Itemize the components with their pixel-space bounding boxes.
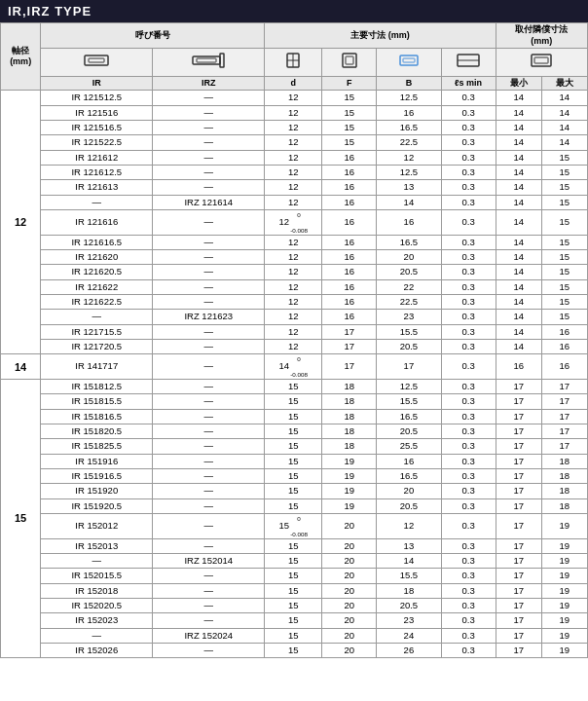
d-icon: [284, 52, 302, 69]
ts-value: 0.3: [441, 613, 496, 628]
da-max-value: 15: [541, 166, 587, 180]
irz-value: —: [153, 91, 265, 105]
d-value: 15: [265, 613, 322, 628]
ts-value: 0.3: [441, 628, 496, 643]
d-value: 12: [265, 324, 322, 339]
ts-value: 0.3: [441, 265, 496, 279]
d-value: 12: [265, 166, 322, 180]
ir-value: —: [41, 310, 153, 324]
irz-value: —: [153, 613, 265, 628]
svg-rect-9: [346, 56, 353, 64]
irz-value: —: [153, 210, 265, 236]
f-value: 16: [322, 195, 377, 209]
b-value: 14: [377, 553, 441, 568]
ts-value: 0.3: [441, 279, 496, 294]
da-min-value: 14: [496, 105, 541, 120]
table-row: IR 151820.5—151820.50.31717: [1, 424, 588, 438]
b-value: 12.5: [377, 379, 441, 393]
b-value: 26: [377, 643, 441, 657]
f-value: 18: [322, 409, 377, 424]
irz-value: —: [153, 583, 265, 598]
irz-value: —: [153, 340, 265, 354]
da-max-value: 17: [541, 424, 587, 438]
ts-value: 0.3: [441, 310, 496, 324]
ts-value: 0.3: [441, 195, 496, 209]
d-value: 120-0.008: [265, 210, 322, 236]
irz-value: —: [153, 121, 265, 135]
d-value: 15: [265, 394, 322, 409]
irz-value: —: [153, 643, 265, 657]
ts-icon: [457, 52, 480, 69]
b-value: 22.5: [377, 135, 441, 150]
shaft-value: 15: [1, 379, 41, 657]
da-max-value: 19: [541, 569, 587, 583]
f-icon-cell: [322, 49, 377, 76]
irz-label: IRZ: [153, 76, 265, 91]
da-min-value: 17: [496, 439, 541, 454]
d-value: 15: [265, 439, 322, 454]
f-value: 15: [322, 135, 377, 150]
irz-value: —: [153, 538, 265, 553]
da-min-value: 17: [496, 468, 541, 483]
b-value: 16: [377, 210, 441, 236]
main-dim-header: 主要寸法 (mm): [265, 23, 496, 49]
da-max-value: 17: [541, 394, 587, 409]
ts-value: 0.3: [441, 553, 496, 568]
table-row: IR 121522.5—121522.50.31414: [1, 135, 588, 150]
da-min-value: 14: [496, 150, 541, 165]
b-value: 20: [377, 484, 441, 498]
irz-value: IRZ 121623: [153, 310, 265, 324]
da-min-value: 14: [496, 265, 541, 279]
ir-value: IR 151916: [41, 454, 153, 468]
irz-value: —: [153, 105, 265, 120]
f-value: 16: [322, 150, 377, 165]
da-max-value: 16: [541, 340, 587, 354]
da-min-value: 14: [496, 166, 541, 180]
ir-value: IR 121720.5: [41, 340, 153, 354]
f-value: 17: [322, 340, 377, 354]
da-min-value: 17: [496, 583, 541, 598]
ts-value: 0.3: [441, 91, 496, 105]
ts-value: 0.3: [441, 324, 496, 339]
table-row: IR 152018—1520180.31719: [1, 583, 588, 598]
b-value: 12: [377, 150, 441, 165]
da-max-value: 19: [541, 538, 587, 553]
da-min-value: 14: [496, 91, 541, 105]
f-value: 16: [322, 295, 377, 310]
f-value: 15: [322, 121, 377, 135]
irz-value: —: [153, 166, 265, 180]
ir-value: IR 151816.5: [41, 409, 153, 424]
ir-value: IR 151820.5: [41, 424, 153, 438]
b-value: 14: [377, 195, 441, 209]
f-value: 18: [322, 394, 377, 409]
irz-value: —: [153, 424, 265, 438]
da-max-value: 15: [541, 235, 587, 249]
table-row: IR 151916.5—151916.50.31718: [1, 468, 588, 483]
ts-value: 0.3: [441, 105, 496, 120]
table-body: 12IR 121512.5—121512.50.31414IR 121516—1…: [1, 91, 588, 658]
da-max-value: 15: [541, 295, 587, 310]
irz-value: —: [153, 324, 265, 339]
da-min-value: 14: [496, 310, 541, 324]
table-row: —IRZ 1520241520240.31719: [1, 628, 588, 643]
table-row: IR 151816.5—151816.50.31717: [1, 409, 588, 424]
da-min-value: 17: [496, 409, 541, 424]
f-value: 16: [322, 166, 377, 180]
ts-value: 0.3: [441, 340, 496, 354]
da-min-value: 17: [496, 628, 541, 643]
f-value: 15: [322, 91, 377, 105]
da-min-value: 14: [496, 210, 541, 236]
da-max-value: 15: [541, 210, 587, 236]
da-min-value: 17: [496, 394, 541, 409]
irz-value: —: [153, 454, 265, 468]
ir-value: IR 141717: [41, 354, 153, 380]
f-value: 15: [322, 105, 377, 120]
table-row: IR 151920—1519200.31718: [1, 484, 588, 498]
d-value: 12: [265, 250, 322, 265]
da-max-label: 最大: [541, 76, 587, 91]
ir-value: IR 152018: [41, 583, 153, 598]
d-value: 12: [265, 265, 322, 279]
b-value: 20.5: [377, 424, 441, 438]
irz-value: IRZ 152014: [153, 553, 265, 568]
ir-value: IR 121512.5: [41, 91, 153, 105]
